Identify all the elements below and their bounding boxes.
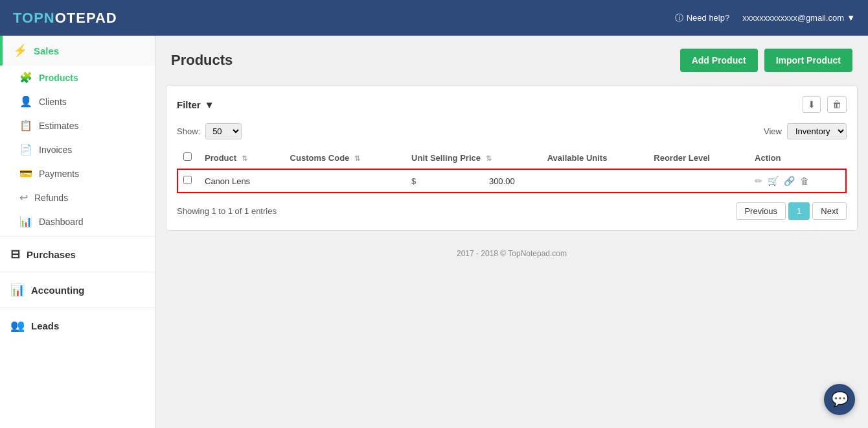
sidebar-item-invoices[interactable]: 📄 Invoices <box>0 137 155 161</box>
sales-icon: ⚡ <box>13 43 27 58</box>
select-all-header <box>177 147 198 169</box>
page-1-button[interactable]: 1 <box>788 202 810 220</box>
row-actions: ✏ 🛒 🔗 🗑 <box>748 169 847 193</box>
chat-bubble[interactable]: 💬 <box>824 384 855 415</box>
edit-icon[interactable]: ✏ <box>755 176 762 186</box>
col-units-label: Available Units <box>547 153 608 163</box>
row-checkbox[interactable] <box>183 176 192 184</box>
filter-icon: ▼ <box>205 99 214 110</box>
cart-icon[interactable]: 🛒 <box>768 176 779 186</box>
add-product-button[interactable]: Add Product <box>680 49 758 72</box>
delete-icon[interactable]: 🗑 <box>827 96 847 113</box>
accounting-label: Accounting <box>31 285 85 296</box>
sidebar-item-leads[interactable]: 👥 Leads <box>0 311 155 340</box>
dashboard-label: Dashboard <box>39 217 84 227</box>
select-all-checkbox[interactable] <box>183 152 192 161</box>
table-row: Canon Lens $ 300.00 <box>177 169 847 193</box>
page-actions: Add Product Import Product <box>680 49 852 72</box>
clients-label: Clients <box>39 97 67 107</box>
col-reorder-level: Reorder Level <box>647 147 748 169</box>
col-unit-selling-price: Unit Selling Price ⇅ <box>405 147 541 169</box>
pagination-row: Showing 1 to 1 of 1 entries Previous 1 N… <box>177 202 847 220</box>
invoices-icon: 📄 <box>19 143 32 156</box>
clients-icon: 👤 <box>19 95 32 108</box>
purchases-icon: ⊟ <box>10 247 20 261</box>
view-label: View <box>764 126 782 136</box>
import-product-button[interactable]: Import Product <box>764 49 852 72</box>
page-header: Products Add Product Import Product <box>155 36 868 85</box>
layout: ⚡ Sales 🧩 Products 👤 Clients 📋 Estimates… <box>0 36 868 428</box>
action-icons: ✏ 🛒 🔗 🗑 <box>755 176 840 186</box>
previous-button[interactable]: Previous <box>736 202 786 220</box>
sort-price-icon[interactable]: ⇅ <box>486 154 492 162</box>
col-customs-code: Customs Code ⇅ <box>284 147 405 169</box>
page-title: Products <box>171 52 233 69</box>
invoices-label: Invoices <box>39 145 72 155</box>
help-link[interactable]: ⓘ Need help? <box>675 12 730 24</box>
currency-symbol: $ <box>411 176 416 186</box>
export-icon[interactable]: ⬇ <box>803 96 821 113</box>
divider-3 <box>0 307 155 308</box>
sidebar-item-refunds[interactable]: ↩ Refunds <box>0 185 155 209</box>
refunds-label: Refunds <box>34 193 68 203</box>
logo: TOPNOTEPAD <box>13 10 117 27</box>
products-table: Product ⇅ Customs Code ⇅ Unit Selling Pr… <box>177 147 847 193</box>
sidebar-item-products[interactable]: 🧩 Products <box>0 65 155 89</box>
row-checkbox-cell <box>177 169 198 193</box>
show-control: Show: 10 25 50 100 <box>177 123 242 139</box>
leads-label: Leads <box>31 320 59 331</box>
filter-bar: Filter ▼ ⬇ 🗑 <box>177 96 847 113</box>
col-available-units: Available Units <box>541 147 648 169</box>
sidebar-item-accounting[interactable]: 📊 Accounting <box>0 275 155 305</box>
chevron-down-icon: ▼ <box>847 13 855 23</box>
table-header-row: Product ⇅ Customs Code ⇅ Unit Selling Pr… <box>177 147 847 169</box>
view-select[interactable]: Inventory All <box>787 123 847 139</box>
sidebar-item-clients[interactable]: 👤 Clients <box>0 89 155 113</box>
help-label: Need help? <box>687 13 730 23</box>
estimates-icon: 📋 <box>19 119 32 132</box>
footer: 2017 - 2018 © TopNotepad.com <box>155 241 868 266</box>
share-icon[interactable]: 🔗 <box>784 176 795 186</box>
leads-icon: 👥 <box>10 318 25 333</box>
product-name-text: Canon Lens <box>205 176 250 186</box>
sidebar-item-payments[interactable]: 💳 Payments <box>0 161 155 185</box>
user-menu[interactable]: xxxxxxxxxxxxx@gmail.com ▼ <box>742 13 855 23</box>
content-card: Filter ▼ ⬇ 🗑 Show: 10 25 50 100 <box>166 85 858 231</box>
email-text: xxxxxxxxxxxxx@gmail.com <box>742 13 844 23</box>
next-button[interactable]: Next <box>812 202 847 220</box>
filter-text: Filter <box>177 99 201 110</box>
sidebar-item-sales[interactable]: ⚡ Sales <box>0 36 155 65</box>
products-label: Products <box>39 73 78 83</box>
show-view-row: Show: 10 25 50 100 View Inventory All <box>177 123 847 139</box>
sidebar-item-purchases[interactable]: ⊟ Purchases <box>0 239 155 269</box>
main-content: Products Add Product Import Product Filt… <box>155 36 868 428</box>
payments-icon: 💳 <box>19 167 32 180</box>
divider-2 <box>0 272 155 272</box>
trash-icon[interactable]: 🗑 <box>800 176 809 186</box>
price-value: 300.00 <box>489 176 515 186</box>
filter-actions: ⬇ 🗑 <box>803 96 847 113</box>
row-product-name: Canon Lens <box>198 169 284 193</box>
sidebar-item-estimates[interactable]: 📋 Estimates <box>0 113 155 137</box>
divider-1 <box>0 236 155 237</box>
show-label: Show: <box>177 126 200 136</box>
col-action: Action <box>748 147 847 169</box>
sort-customs-icon[interactable]: ⇅ <box>354 154 360 162</box>
view-control: View Inventory All <box>764 123 847 139</box>
entries-info: Showing 1 to 1 of 1 entries <box>177 206 277 216</box>
header-right: ⓘ Need help? xxxxxxxxxxxxx@gmail.com ▼ <box>675 12 855 24</box>
row-customs-code <box>284 169 405 193</box>
chat-icon: 💬 <box>831 391 849 408</box>
sort-product-icon[interactable]: ⇅ <box>242 154 247 162</box>
col-product-label: Product <box>205 153 236 163</box>
dashboard-icon: 📊 <box>19 215 32 228</box>
estimates-label: Estimates <box>39 121 78 131</box>
col-action-label: Action <box>755 153 781 163</box>
accounting-icon: 📊 <box>10 283 25 297</box>
sidebar: ⚡ Sales 🧩 Products 👤 Clients 📋 Estimates… <box>0 36 155 428</box>
show-select[interactable]: 10 25 50 100 <box>205 123 242 139</box>
payments-label: Payments <box>39 169 79 179</box>
products-icon: 🧩 <box>19 71 32 84</box>
sidebar-item-dashboard[interactable]: 📊 Dashboard <box>0 209 155 233</box>
col-price-label: Unit Selling Price <box>411 153 481 163</box>
